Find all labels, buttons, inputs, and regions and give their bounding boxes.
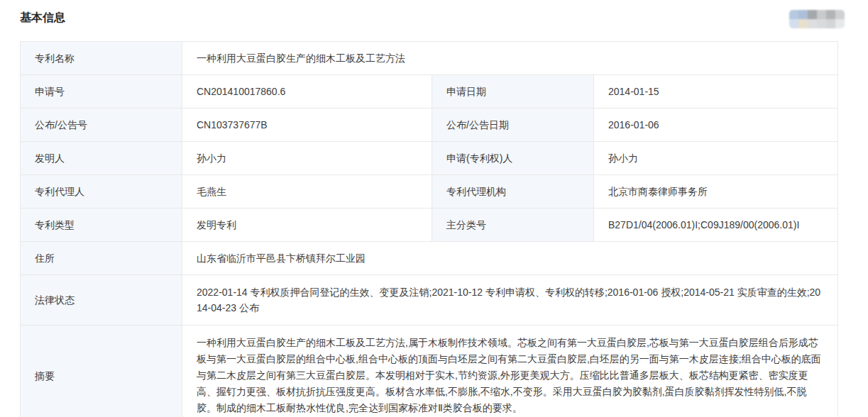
address-value: 山东省临沂市平邑县卞桥镇拜尔工业园 [182,242,838,275]
row-patent-name: 专利名称 一种利用大豆蛋白胶生产的细木工板及工艺方法 [21,42,838,75]
page-header: 基本信息 [0,0,868,41]
row-inventor: 发明人 孙小力 申请(专利权)人 孙小力 [21,142,838,175]
inventor-label: 发明人 [21,142,182,175]
applicant-value: 孙小力 [594,142,838,175]
patent-type-value: 发明专利 [182,208,432,242]
application-no-value: CN201410017860.6 [182,75,432,109]
legal-status-label: 法律状态 [21,275,182,326]
application-no-label: 申请号 [21,75,182,109]
main-class-value: B27D1/04(2006.01)I;C09J189/00(2006.01)I [594,208,838,242]
row-address: 住所 山东省临沂市平邑县卞桥镇拜尔工业园 [21,242,838,275]
row-agent: 专利代理人 毛燕生 专利代理机构 北京市商泰律师事务所 [21,175,838,208]
main-class-label: 主分类号 [432,208,594,242]
redacted-badge[interactable] [789,10,845,28]
agent-value: 毛燕生 [182,175,432,208]
application-date-value: 2014-01-15 [594,75,838,109]
legal-status-value: 2022-01-14 专利权质押合同登记的生效、变更及注销;2021-10-12… [182,275,838,326]
row-legal-status: 法律状态 2022-01-14 专利权质押合同登记的生效、变更及注销;2021-… [21,275,838,326]
row-publication: 公布/公告号 CN103737677B 公布/公告日期 2016-01-06 [21,109,838,142]
applicant-label: 申请(专利权)人 [432,142,594,175]
patent-name-value: 一种利用大豆蛋白胶生产的细木工板及工艺方法 [182,42,838,75]
inventor-value: 孙小力 [182,142,432,175]
row-patent-type: 专利类型 发明专利 主分类号 B27D1/04(2006.01)I;C09J18… [21,208,838,242]
agency-value: 北京市商泰律师事务所 [594,175,838,208]
publication-date-label: 公布/公告日期 [432,109,594,142]
abstract-value: 一种利用大豆蛋白胶生产的细木工板及工艺方法,属于木板制作技术领域。芯板之间有第一… [182,326,838,417]
publication-no-label: 公布/公告号 [21,109,182,142]
patent-name-label: 专利名称 [21,42,182,75]
basic-info-table: 专利名称 一种利用大豆蛋白胶生产的细木工板及工艺方法 申请号 CN2014100… [20,41,838,417]
row-application: 申请号 CN201410017860.6 申请日期 2014-01-15 [21,75,838,109]
page-title: 基本信息 [20,9,65,26]
publication-date-value: 2016-01-06 [594,109,838,142]
agency-label: 专利代理机构 [432,175,594,208]
row-abstract: 摘要 一种利用大豆蛋白胶生产的细木工板及工艺方法,属于木板制作技术领域。芯板之间… [21,326,838,417]
abstract-label: 摘要 [21,326,182,417]
patent-type-label: 专利类型 [21,208,182,242]
publication-no-value: CN103737677B [182,109,432,142]
agent-label: 专利代理人 [21,175,182,208]
application-date-label: 申请日期 [432,75,594,109]
address-label: 住所 [21,242,182,275]
